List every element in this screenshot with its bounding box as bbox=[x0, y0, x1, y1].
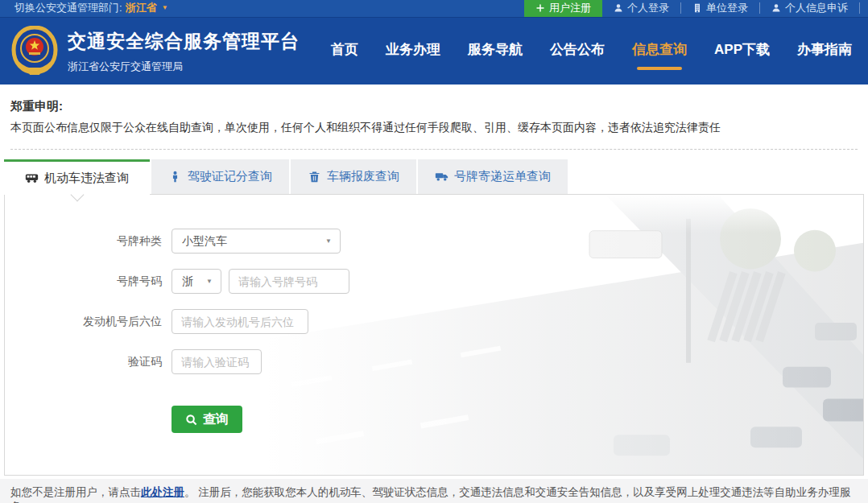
tab-vehicle-scrap-query[interactable]: 车辆报废查询 bbox=[291, 159, 416, 194]
main-header: 交通安全综合服务管理平台 浙江省公安厅交通管理局 首页 业务办理 服务导航 公告… bbox=[0, 18, 868, 85]
chevron-down-icon: ▼ bbox=[162, 4, 168, 11]
personal-login-button[interactable]: 个人登录 bbox=[602, 0, 680, 17]
captcha-input[interactable] bbox=[172, 349, 262, 374]
register-hint-bar: 如您不是注册用户，请点击此处注册。 注册后，您能获取您本人的机动车、驾驶证状态信… bbox=[0, 479, 868, 503]
nav-info-query[interactable]: 信息查询 bbox=[632, 32, 687, 70]
chevron-down-icon: ▼ bbox=[206, 278, 213, 285]
nav-service-guide[interactable]: 服务导航 bbox=[468, 32, 523, 70]
tab-plate-delivery-waybill-query[interactable]: 号牌寄递运单查询 bbox=[418, 159, 568, 194]
query-button[interactable]: 查询 bbox=[172, 406, 242, 433]
bus-icon bbox=[25, 172, 39, 184]
plate-number-label: 号牌号码 bbox=[5, 274, 162, 289]
hint-pre-text: 如您不是注册用户，请点击 bbox=[10, 486, 141, 498]
unit-login-button[interactable]: 单位登录 bbox=[681, 0, 759, 17]
violation-query-form: 号牌种类 小型汽车 ▼ 号牌号码 浙 ▼ 发动机号后六位 验证码 查询 bbox=[5, 195, 863, 433]
truck-icon bbox=[435, 171, 448, 183]
statement-section: 郑重申明: 本页面公布信息仅限于公众在线自助查询，单次使用，任何个人和组织不得通… bbox=[0, 85, 868, 150]
tab-vehicle-violation-query[interactable]: 机动车违法查询 bbox=[4, 159, 150, 195]
query-tabs: 机动车违法查询 驾驶证记分查询 车辆报废查询 号牌寄递运单查询 bbox=[4, 159, 864, 194]
statement-body: 本页面公布信息仅限于公众在线自助查询，单次使用，任何个人和组织不得通过任何手段爬… bbox=[10, 121, 858, 135]
nav-home[interactable]: 首页 bbox=[331, 32, 358, 70]
plus-icon bbox=[535, 3, 545, 13]
nav-app-download[interactable]: APP下载 bbox=[714, 32, 770, 70]
region-selector[interactable]: 浙江省 bbox=[126, 1, 157, 15]
dashed-divider bbox=[10, 149, 858, 150]
nav-handling-guide[interactable]: 办事指南 bbox=[797, 32, 852, 70]
tab-driver-license-points-query[interactable]: 驾驶证记分查询 bbox=[151, 159, 289, 194]
province-prefix-select[interactable]: 浙 ▼ bbox=[172, 269, 221, 294]
trash-icon bbox=[308, 171, 321, 183]
page-subtitle: 浙江省公安厅交通管理局 bbox=[68, 60, 300, 74]
plate-type-value: 小型汽车 bbox=[182, 234, 227, 249]
switch-department-label: 切换公安交通管理部门: bbox=[14, 1, 122, 15]
province-prefix-value: 浙 bbox=[182, 274, 193, 289]
plate-type-label: 号牌种类 bbox=[5, 234, 162, 249]
statement-title: 郑重申明: bbox=[10, 99, 858, 114]
main-nav: 首页 业务办理 服务导航 公告公布 信息查询 APP下载 办事指南 bbox=[331, 32, 857, 70]
register-here-link[interactable]: 此处注册 bbox=[141, 486, 184, 498]
plate-type-select[interactable]: 小型汽车 ▼ bbox=[172, 229, 341, 254]
plate-number-input[interactable] bbox=[229, 269, 349, 294]
police-emblem-logo bbox=[11, 26, 58, 77]
nav-business[interactable]: 业务办理 bbox=[386, 32, 440, 70]
user-register-button[interactable]: 用户注册 bbox=[524, 0, 602, 17]
person-icon bbox=[614, 3, 623, 13]
engine-number-input[interactable] bbox=[172, 309, 308, 334]
top-utility-bar: 切换公安交通管理部门: 浙江省 ▼ 用户注册 个人登录 单位登录 个人信息申诉 bbox=[0, 0, 868, 18]
person-icon bbox=[771, 3, 781, 13]
captcha-label: 验证码 bbox=[5, 355, 162, 369]
search-icon bbox=[185, 414, 197, 426]
query-form-panel: 号牌种类 小型汽车 ▼ 号牌号码 浙 ▼ 发动机号后六位 验证码 查询 bbox=[4, 194, 864, 476]
personal-info-appeal-button[interactable]: 个人信息申诉 bbox=[760, 0, 859, 17]
building-icon bbox=[692, 3, 702, 13]
chevron-down-icon: ▼ bbox=[325, 237, 332, 245]
engine-number-label: 发动机号后六位 bbox=[5, 315, 162, 329]
separator bbox=[859, 2, 860, 14]
person-icon bbox=[168, 171, 182, 183]
page-title: 交通安全综合服务管理平台 bbox=[68, 29, 300, 54]
nav-announcements[interactable]: 公告公布 bbox=[550, 32, 605, 70]
